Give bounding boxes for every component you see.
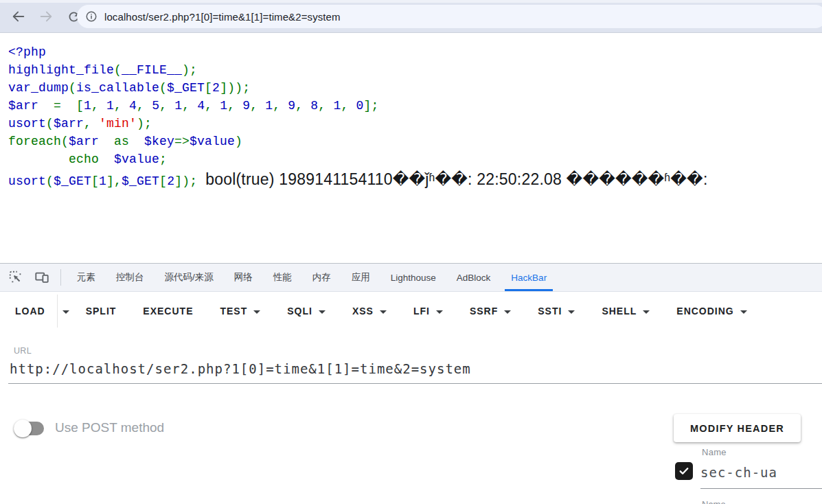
- code-token: 4: [197, 99, 205, 113]
- code-token: ,: [273, 99, 288, 113]
- hackbar-menu-load[interactable]: LOAD: [15, 306, 45, 317]
- url-field-label: URL: [14, 346, 32, 356]
- devtools-tab-adblock[interactable]: AdBlock: [446, 264, 501, 291]
- hackbar-menu-load-arrow[interactable]: [62, 309, 69, 314]
- code-token: ,: [137, 99, 152, 113]
- url-text[interactable]: localhost/ser2.php?1[0]=time&1[1]=time&2…: [104, 11, 341, 23]
- header-name-input[interactable]: sec-ch-ua: [700, 465, 777, 480]
- code-line: foreach($arr as $key=>$value): [8, 133, 822, 150]
- modify-header-button[interactable]: MODIFY HEADER: [674, 414, 801, 442]
- code-line: <?php: [8, 43, 822, 61]
- hackbar-menu-execute[interactable]: EXECUTE: [143, 306, 193, 317]
- next-header-name-label: Name: [702, 499, 726, 504]
- code-token: [: [159, 174, 167, 188]
- code-token: );: [137, 117, 152, 130]
- code-token: usort: [8, 174, 46, 188]
- chevron-down-icon: [436, 310, 443, 314]
- hackbar-panel: LOADSPLITEXECUTETESTSQLIXSSLFISSRFSSTISH…: [0, 292, 822, 504]
- code-token: 4: [129, 99, 137, 113]
- code-token: as: [99, 135, 144, 148]
- code-token: ,: [182, 99, 197, 113]
- menu-label: SHELL: [602, 306, 637, 317]
- devtools-tab-network[interactable]: 网络: [224, 264, 263, 291]
- code-token: ,: [91, 99, 106, 113]
- devtools-tabbar: 元素控制台源代码/来源网络性能内存应用LighthouseAdBlockHack…: [0, 264, 822, 292]
- hackbar-menu-encoding[interactable]: ENCODING: [676, 306, 746, 317]
- hackbar-menu-split[interactable]: SPLIT: [86, 306, 117, 317]
- code-token: 0: [356, 99, 363, 113]
- code-token: 1: [99, 174, 106, 188]
- devtools-tabs: 元素控制台源代码/来源网络性能内存应用LighthouseAdBlockHack…: [67, 264, 557, 291]
- chevron-down-icon: [643, 310, 650, 314]
- hackbar-menu-test[interactable]: TEST: [220, 306, 260, 317]
- code-token: <?php: [8, 45, 46, 59]
- menu-label: SPLIT: [86, 306, 117, 317]
- code-token: 2: [167, 174, 174, 188]
- code-token: 1: [265, 99, 273, 113]
- menu-label: XSS: [352, 306, 374, 317]
- hackbar-menu-ssti[interactable]: SSTI: [538, 306, 575, 317]
- php-echo-output: bool(true) 1989141154110��ǰʱ��: 22:50:22…: [205, 170, 707, 188]
- code-line: var_dump(is_callable($_GET[2]));: [8, 79, 822, 97]
- code-token: ,: [227, 99, 242, 113]
- code-token: highlight_file: [8, 63, 114, 77]
- hackbar-menu-lfi[interactable]: LFI: [413, 306, 443, 317]
- toolbar-divider: [60, 269, 61, 286]
- code-token: ,: [205, 99, 220, 113]
- menu-label: LFI: [413, 306, 430, 317]
- code-token: [: [205, 81, 212, 95]
- address-bar[interactable]: localhost/ser2.php?1[0]=time&1[1]=time&2…: [77, 5, 822, 28]
- code-token: 1: [333, 99, 341, 113]
- devtools-tab-console[interactable]: 控制台: [106, 264, 155, 291]
- menu-label: SSRF: [470, 306, 498, 317]
- use-post-toggle[interactable]: [14, 420, 45, 437]
- code-token: [: [91, 174, 99, 188]
- code-token: 5: [152, 99, 159, 113]
- code-token: ): [235, 135, 242, 148]
- code-token: = [: [38, 99, 84, 113]
- back-arrow-icon[interactable]: [10, 8, 27, 25]
- hackbar-menu-sqli[interactable]: SQLI: [287, 306, 326, 317]
- code-token: $arr: [69, 135, 99, 148]
- code-token: foreach(: [8, 135, 69, 148]
- code-line: usort($_GET[1],$_GET[2]);bool(true) 1989…: [8, 170, 822, 190]
- hackbar-toolbar: LOADSPLITEXECUTETESTSQLIXSSLFISSRFSSTISH…: [0, 292, 822, 330]
- devtools-tab-application[interactable]: 应用: [341, 264, 380, 291]
- devtools-tab-lighthouse[interactable]: Lighthouse: [380, 264, 446, 291]
- hackbar-menu-shell[interactable]: SHELL: [602, 306, 650, 317]
- code-token: $arr: [8, 99, 38, 113]
- devtools-tab-elements[interactable]: 元素: [67, 264, 106, 291]
- devtools-panel: 元素控制台源代码/来源网络性能内存应用LighthouseAdBlockHack…: [0, 263, 822, 504]
- chevron-down-icon: [504, 310, 511, 314]
- device-toolbar-icon[interactable]: [33, 268, 51, 286]
- devtools-tab-hackbar[interactable]: HackBar: [501, 264, 557, 291]
- inspect-element-icon[interactable]: [7, 268, 25, 286]
- code-token: =>: [174, 135, 190, 148]
- code-token: ]));: [220, 81, 250, 95]
- url-input[interactable]: http://localhost/ser2.php?1[0]=time&1[1]…: [10, 361, 815, 376]
- code-token: 9: [242, 99, 250, 113]
- code-token: var_dump: [8, 81, 69, 95]
- code-token: ,: [114, 99, 129, 113]
- info-icon[interactable]: [85, 10, 98, 23]
- devtools-tab-memory[interactable]: 内存: [302, 264, 341, 291]
- load-menu-divider: [57, 295, 58, 328]
- chevron-down-icon: [253, 310, 260, 314]
- code-token: ,: [295, 99, 310, 113]
- url-input-underline: [8, 383, 822, 384]
- code-token: ];: [363, 99, 378, 113]
- hackbar-menu-xss[interactable]: XSS: [352, 306, 387, 317]
- menu-label: EXECUTE: [143, 306, 193, 317]
- checkmark-icon: [678, 465, 690, 477]
- header-enabled-checkbox[interactable]: [675, 462, 693, 480]
- browser-window: localhost/ser2.php?1[0]=time&1[1]=time&2…: [0, 0, 822, 504]
- devtools-tab-sources[interactable]: 源代码/来源: [155, 264, 224, 291]
- code-token: 9: [288, 99, 295, 113]
- code-token: (: [159, 81, 167, 95]
- forward-arrow-icon: [37, 8, 55, 25]
- menu-label: TEST: [220, 306, 247, 317]
- code-token: usort: [8, 117, 46, 130]
- code-token: ,: [318, 99, 333, 113]
- devtools-tab-performance[interactable]: 性能: [263, 264, 302, 291]
- hackbar-menu-ssrf[interactable]: SSRF: [470, 306, 511, 317]
